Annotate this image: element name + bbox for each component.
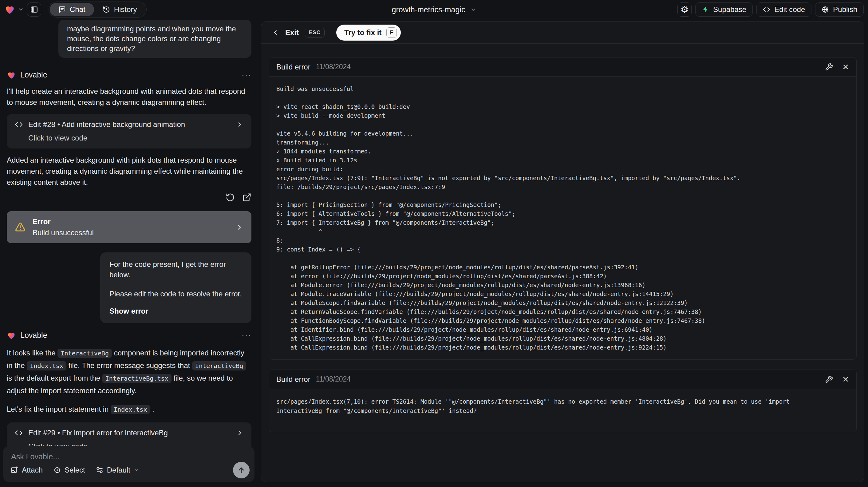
lovable-heart-icon: [7, 70, 16, 80]
wrench-icon[interactable]: [825, 63, 833, 71]
globe-icon: [822, 6, 829, 13]
open-external-icon[interactable]: [242, 193, 251, 202]
lovable-logo: [4, 4, 24, 15]
supabase-icon: [702, 6, 709, 13]
edit-card-subtitle: Click to view code: [28, 132, 243, 144]
supabase-label: Supabase: [713, 5, 746, 14]
edit-code-button[interactable]: Edit code: [756, 2, 811, 17]
history-icon: [103, 6, 110, 13]
chevron-down-icon: [470, 6, 476, 12]
chat-input[interactable]: [11, 452, 165, 461]
inline-code: InteractiveBg: [192, 361, 247, 370]
gear-icon: ⚙: [681, 5, 689, 14]
topbar: Chat History growth-metrics-magic ⚙ Supa…: [0, 0, 868, 19]
lovable-heart-icon: [7, 331, 16, 340]
publish-button[interactable]: Publish: [815, 2, 864, 17]
project-switcher[interactable]: growth-metrics-magic: [392, 5, 476, 14]
exit-button[interactable]: Exit ESC: [272, 28, 324, 37]
edit-card-28[interactable]: Edit #28 • Add interactive background an…: [7, 114, 251, 149]
inline-code: Index.tsx: [27, 361, 66, 370]
send-button[interactable]: [233, 462, 250, 478]
inline-code: Index.tsx: [111, 405, 150, 414]
panel-left-icon: [30, 5, 38, 13]
try-to-fix-label: Try to fix it: [344, 28, 381, 37]
assistant-text: Let's fix the import statement in Index.…: [7, 404, 251, 415]
build-error-card-header: Build error 11/08/2024 ✕: [269, 370, 856, 389]
build-error-log: Build was unsuccessful > vite_react_shad…: [269, 77, 856, 359]
exit-label: Exit: [285, 28, 299, 37]
assistant-text: It looks like the InteractiveBg componen…: [7, 347, 251, 397]
workspace-header: Exit ESC Try to fix it F: [261, 22, 864, 44]
attach-button[interactable]: Attach: [10, 466, 43, 475]
code-icon: [15, 121, 23, 128]
close-icon[interactable]: ✕: [842, 375, 849, 384]
wrench-icon[interactable]: [825, 375, 833, 384]
close-icon[interactable]: ✕: [842, 63, 849, 71]
supabase-button[interactable]: Supabase: [695, 2, 753, 17]
select-button[interactable]: Select: [53, 466, 85, 475]
code-icon: [15, 429, 23, 437]
assistant-name: Lovable: [20, 70, 47, 79]
mode-dropdown[interactable]: Default: [96, 466, 139, 475]
build-error-log-card: Build error 11/08/2024 ✕ src/pages/Index…: [269, 370, 857, 432]
build-error-log: src/pages/Index.tsx(7,10): error TS2614:…: [269, 389, 856, 432]
inline-code: InteractiveBg.tsx: [102, 374, 172, 383]
chevron-down-icon[interactable]: [18, 6, 24, 12]
inline-code: InteractiveBg: [58, 348, 112, 358]
assistant-message-header: Lovable ···: [7, 331, 251, 340]
message-actions: [7, 193, 251, 202]
user-message: maybe diagramming points and when you mo…: [58, 20, 251, 58]
chevron-down-icon: [134, 467, 139, 473]
sliders-icon: [96, 466, 103, 474]
show-error-label: Show error: [110, 306, 242, 316]
error-workspace-panel: Exit ESC Try to fix it F Build error 11/…: [261, 21, 864, 482]
message-menu-button[interactable]: ···: [242, 331, 251, 340]
assistant-text: Added an interactive background with pin…: [7, 155, 251, 188]
user-message-text: maybe diagramming points and when you mo…: [67, 25, 236, 53]
tab-history[interactable]: History: [94, 3, 146, 16]
edit-card-title: Edit #29 • Fix import error for Interact…: [28, 429, 168, 437]
chevron-right-icon: [236, 429, 243, 436]
assistant-text: I'll help create an interactive backgrou…: [7, 86, 251, 108]
tab-history-label: History: [114, 5, 137, 14]
user-message-text: Please edit the code to resolve the erro…: [110, 289, 242, 299]
select-target-icon: [53, 466, 61, 474]
chat-panel: maybe diagramming points and when you mo…: [0, 19, 257, 487]
esc-key-badge: ESC: [305, 28, 324, 37]
restore-icon[interactable]: [226, 193, 235, 202]
build-error-card-header: Build error 11/08/2024 ✕: [269, 58, 856, 77]
user-message: For the code present, I get the error be…: [100, 252, 251, 323]
mode-label: Default: [107, 466, 130, 475]
publish-label: Publish: [833, 5, 857, 14]
build-error-date: 11/08/2024: [316, 63, 351, 71]
f-key-badge: F: [386, 27, 397, 38]
chevron-left-icon: [272, 29, 279, 36]
user-message-text: For the code present, I get the error be…: [110, 259, 242, 280]
assistant-name: Lovable: [20, 331, 47, 340]
try-to-fix-button[interactable]: Try to fix it F: [336, 25, 401, 40]
chat-bubble-icon: [58, 6, 66, 13]
tab-chat[interactable]: Chat: [50, 3, 94, 16]
build-error-date: 11/08/2024: [316, 375, 351, 384]
warning-triangle-icon: [15, 222, 26, 233]
tab-chat-label: Chat: [70, 5, 86, 14]
build-error-title: Build error: [276, 63, 310, 71]
message-menu-button[interactable]: ···: [242, 70, 251, 80]
image-plus-icon: [10, 466, 19, 474]
build-error-log-card: Build error 11/08/2024 ✕ Build was unsuc…: [269, 57, 857, 360]
error-card-subtitle: Build unsuccessful: [33, 229, 94, 237]
build-error-title: Build error: [276, 375, 310, 384]
select-label: Select: [65, 466, 85, 475]
lovable-heart-icon: [4, 4, 16, 15]
chevron-right-icon: [236, 121, 243, 128]
arrow-up-icon: [237, 466, 246, 475]
build-error-card[interactable]: Error Build unsuccessful: [7, 211, 251, 243]
error-card-title: Error: [33, 217, 94, 226]
code-icon: [763, 6, 770, 13]
edit-code-label: Edit code: [774, 5, 805, 14]
sidebar-toggle-button[interactable]: [27, 2, 41, 17]
assistant-message-header: Lovable ···: [7, 70, 251, 80]
attach-label: Attach: [22, 466, 43, 475]
project-name: growth-metrics-magic: [392, 5, 465, 14]
settings-button[interactable]: ⚙: [677, 2, 691, 17]
